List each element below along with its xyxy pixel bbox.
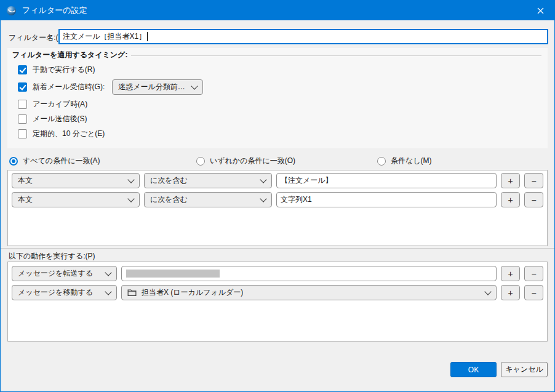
checkbox-icon[interactable]	[18, 82, 27, 92]
condition-row: 本文に次を含む【注文メール】+−	[12, 173, 543, 188]
add-condition-button[interactable]: +	[501, 192, 520, 207]
condition-operator-dropdown-label: に次を含む	[150, 175, 257, 186]
timing-option-label: 定期的、10 分ごと(E)	[33, 129, 105, 139]
junk-classification-dropdown-label: 迷惑メール分類前に実行	[118, 82, 188, 92]
timing-option-label: 新着メール受信時(G):	[33, 82, 105, 92]
timing-option-label: アーカイブ時(A)	[33, 99, 87, 110]
condition-row: 本文に次を含む文字列X1+−	[12, 192, 543, 207]
timing-option-manual[interactable]: 手動で実行する(R)	[18, 65, 548, 75]
chevron-down-icon	[260, 195, 266, 202]
redacted-text	[126, 270, 220, 278]
window-titlebar: フィルターの設定	[1, 1, 554, 20]
filter-settings-dialog: フィルターの設定 フィルター名:(I) 注文メール［担当者X1］ フィルターを適…	[0, 0, 555, 392]
match-option-label: 条件なし(M)	[391, 156, 432, 166]
cancel-button[interactable]: キャンセル	[501, 362, 548, 377]
window-title: フィルターの設定	[22, 5, 87, 16]
condition-field-dropdown-label: 本文	[18, 194, 125, 205]
condition-field-dropdown-label: 本文	[18, 175, 125, 186]
forward-address-input[interactable]	[121, 266, 497, 281]
action-type-dropdown[interactable]: メッセージを転送する	[12, 266, 117, 281]
condition-field-dropdown[interactable]: 本文	[12, 192, 140, 207]
checkbox-icon[interactable]	[18, 129, 27, 138]
timing-option-after-send[interactable]: メール送信後(S)	[18, 114, 548, 124]
add-action-button[interactable]: +	[501, 285, 520, 300]
action-row: メッセージを移動する担当者X (ローカルフォルダー)+−	[12, 285, 543, 300]
remove-condition-button[interactable]: −	[524, 173, 543, 188]
close-button[interactable]	[526, 1, 554, 20]
radio-icon[interactable]	[9, 157, 18, 166]
chevron-down-icon	[127, 195, 134, 202]
timing-option-label: 手動で実行する(R)	[33, 65, 95, 75]
condition-operator-dropdown[interactable]: に次を含む	[144, 192, 272, 207]
condition-operator-dropdown-label: に次を含む	[150, 194, 257, 205]
match-option-none[interactable]: 条件なし(M)	[377, 156, 432, 166]
actions-section-label: 以下の動作を実行する:(P)	[9, 251, 95, 262]
remove-action-button[interactable]: −	[524, 285, 543, 300]
timing-option-incoming[interactable]: 新着メール受信時(G):迷惑メール分類前に実行	[18, 79, 548, 95]
text-caret	[147, 32, 148, 41]
chevron-down-icon	[127, 176, 134, 183]
match-option-label: いずれかの条件に一致(O)	[210, 156, 295, 166]
action-type-dropdown[interactable]: メッセージを移動する	[12, 285, 117, 300]
radio-icon[interactable]	[196, 157, 205, 166]
actions-list: メッセージを転送する+−メッセージを移動する担当者X (ローカルフォルダー)+−	[7, 262, 548, 342]
checkbox-icon[interactable]	[18, 114, 27, 124]
match-option-label: すべての条件に一致(A)	[23, 156, 100, 166]
remove-condition-button[interactable]: −	[524, 192, 543, 207]
junk-classification-dropdown[interactable]: 迷惑メール分類前に実行	[112, 79, 203, 95]
close-icon	[537, 7, 544, 14]
action-row: メッセージを転送する+−	[12, 266, 543, 281]
app-icon	[6, 6, 17, 16]
folder-icon	[127, 289, 137, 297]
move-folder-dropdown-label: 担当者X (ローカルフォルダー)	[142, 287, 482, 298]
filter-name-input[interactable]: 注文メール［担当者X1］	[58, 29, 548, 44]
condition-value-input[interactable]: 文字列X1	[276, 192, 497, 207]
ok-button[interactable]: OK	[450, 362, 497, 377]
checkbox-icon[interactable]	[18, 65, 27, 74]
match-option-all[interactable]: すべての条件に一致(A)	[9, 156, 100, 166]
legend-divider	[131, 55, 541, 56]
action-type-dropdown-label: メッセージを転送する	[18, 268, 102, 279]
condition-value-input-value: 文字列X1	[281, 194, 312, 205]
condition-field-dropdown[interactable]: 本文	[12, 173, 140, 188]
chevron-down-icon	[260, 176, 266, 183]
timing-option-periodic[interactable]: 定期的、10 分ごと(E)	[18, 129, 548, 139]
filter-name-value: 注文メール［担当者X1］	[63, 31, 146, 42]
add-condition-button[interactable]: +	[501, 173, 520, 188]
condition-value-input[interactable]: 【注文メール】	[276, 173, 497, 188]
chevron-down-icon	[191, 82, 198, 89]
section-divider	[1, 248, 554, 249]
chevron-down-icon	[105, 269, 111, 276]
timing-option-label: メール送信後(S)	[33, 114, 87, 124]
match-option-any[interactable]: いずれかの条件に一致(O)	[196, 156, 295, 166]
action-type-dropdown-label: メッセージを移動する	[18, 287, 102, 298]
conditions-list: 本文に次を含む【注文メール】+−本文に次を含む文字列X1+−	[7, 170, 548, 246]
radio-icon[interactable]	[377, 157, 386, 166]
match-mode-group: すべての条件に一致(A)いずれかの条件に一致(O)条件なし(M)	[9, 156, 548, 168]
move-folder-dropdown[interactable]: 担当者X (ローカルフォルダー)	[121, 285, 497, 300]
chevron-down-icon	[484, 288, 491, 295]
condition-operator-dropdown[interactable]: に次を含む	[144, 173, 272, 188]
filter-name-label: フィルター名:(I)	[9, 33, 63, 43]
checkbox-icon[interactable]	[18, 100, 27, 109]
timing-section: フィルターを適用するタイミング: 手動で実行する(R)新着メール受信時(G):迷…	[7, 48, 548, 148]
timing-section-header: フィルターを適用するタイミング:	[7, 48, 548, 60]
timing-option-archive[interactable]: アーカイブ時(A)	[18, 99, 548, 110]
add-action-button[interactable]: +	[501, 266, 520, 281]
timing-section-label: フィルターを適用するタイミング:	[12, 50, 127, 60]
chevron-down-icon	[105, 288, 111, 295]
condition-value-input-value: 【注文メール】	[281, 175, 333, 186]
remove-action-button[interactable]: −	[524, 266, 543, 281]
